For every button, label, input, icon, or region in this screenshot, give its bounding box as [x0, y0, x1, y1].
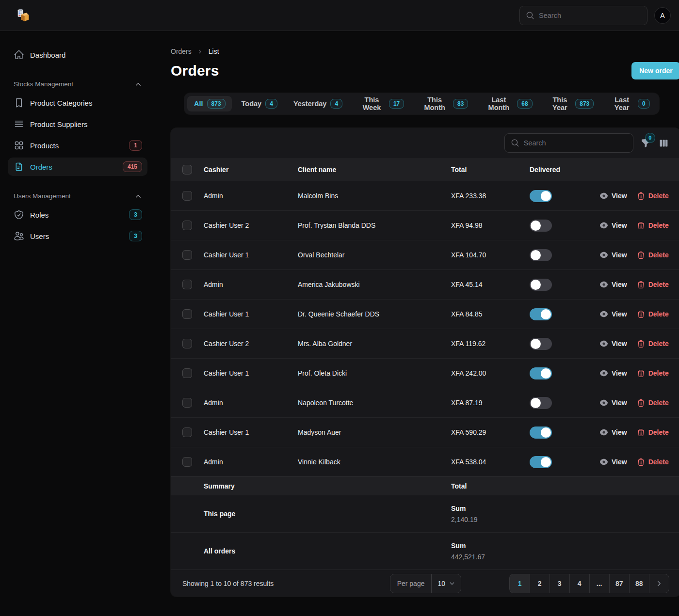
row-checkbox[interactable]: [182, 457, 192, 467]
global-search-input[interactable]: [539, 12, 638, 19]
trash-icon: [637, 310, 645, 318]
column-header-delivered[interactable]: Delivered: [530, 166, 599, 174]
filter-tab[interactable]: Today 4: [235, 96, 284, 111]
row-checkbox[interactable]: [182, 339, 192, 348]
delivered-toggle[interactable]: [530, 308, 552, 320]
breadcrumb-orders-link[interactable]: Orders: [171, 47, 192, 55]
select-all-checkbox[interactable]: [182, 165, 192, 174]
view-action-button[interactable]: View: [599, 251, 627, 259]
row-checkbox[interactable]: [182, 368, 192, 378]
pagination-page-button[interactable]: 1: [510, 574, 530, 593]
pagination-page-button[interactable]: 3: [550, 574, 569, 593]
column-header-client-name[interactable]: Client name: [298, 166, 451, 174]
user-avatar[interactable]: A: [655, 8, 670, 23]
cell-cashier: Cashier User 1: [204, 310, 298, 318]
toggle-columns-button[interactable]: [659, 138, 669, 148]
row-checkbox[interactable]: [182, 221, 192, 230]
delivered-toggle[interactable]: [530, 426, 552, 439]
view-action-button[interactable]: View: [599, 191, 627, 200]
tab-count-badge: 4: [331, 99, 342, 108]
main-content: Orders List Orders New order All 873 Tod…: [155, 31, 679, 597]
view-action-button[interactable]: View: [599, 280, 627, 289]
sidebar-group-stocks-management[interactable]: Stocks Management: [8, 80, 147, 88]
sidebar-item-products[interactable]: Products 1: [8, 136, 147, 155]
delete-action-button[interactable]: Delete: [637, 192, 669, 200]
view-action-button[interactable]: View: [599, 458, 627, 466]
pagination-page-button[interactable]: 87: [609, 574, 629, 593]
delete-action-button[interactable]: Delete: [637, 281, 669, 289]
filter-tab[interactable]: All 873: [187, 96, 232, 111]
cell-total: XFA 590.29: [451, 428, 530, 436]
sidebar-item-product-categories[interactable]: Product Categories: [8, 94, 147, 112]
view-action-button[interactable]: View: [599, 339, 627, 348]
delivered-toggle[interactable]: [530, 279, 552, 291]
delivered-toggle[interactable]: [530, 397, 552, 409]
pagination-page-button[interactable]: 2: [530, 574, 550, 593]
row-checkbox[interactable]: [182, 280, 192, 289]
cell-cashier: Cashier User 2: [204, 340, 298, 347]
global-search[interactable]: [520, 6, 647, 25]
table-row: Cashier User 1 Prof. Oleta Dicki XFA 242…: [171, 358, 679, 388]
app-logo[interactable]: [16, 8, 30, 23]
new-order-button[interactable]: New order: [631, 62, 679, 79]
view-action-button[interactable]: View: [599, 221, 627, 230]
delete-action-button[interactable]: Delete: [637, 221, 669, 230]
filter-tab[interactable]: This Year 873: [542, 96, 600, 111]
delete-action-button[interactable]: Delete: [637, 310, 669, 318]
view-action-button[interactable]: View: [599, 369, 627, 378]
tab-count-badge: 17: [389, 99, 404, 108]
cell-cashier: Admin: [204, 281, 298, 288]
filter-tab[interactable]: This Month 83: [413, 96, 474, 111]
chevron-up-icon: [135, 193, 142, 200]
filter-button[interactable]: 0: [641, 138, 651, 148]
sidebar-item-product-suppliers[interactable]: Product Suppliers: [8, 115, 147, 133]
delivered-toggle[interactable]: [530, 456, 552, 468]
tab-label: Last Year: [610, 96, 634, 111]
delivered-toggle[interactable]: [530, 220, 552, 232]
delete-action-button[interactable]: Delete: [637, 369, 669, 378]
pagination-page-button[interactable]: 88: [629, 574, 649, 593]
pagination-page-button[interactable]: ...: [589, 574, 609, 593]
view-action-button[interactable]: View: [599, 428, 627, 437]
sidebar-item-roles[interactable]: Roles 3: [8, 205, 147, 224]
table-search[interactable]: [505, 134, 633, 152]
delivered-toggle[interactable]: [530, 367, 552, 379]
row-checkbox[interactable]: [182, 398, 192, 408]
tab-label: All: [194, 100, 203, 108]
view-action-button[interactable]: View: [599, 310, 627, 318]
filter-tab[interactable]: This Week 17: [352, 96, 410, 111]
delivered-toggle[interactable]: [530, 249, 552, 261]
sidebar-group-users-management[interactable]: Users Management: [8, 192, 147, 200]
pagination-next-button[interactable]: [649, 574, 669, 593]
filter-tab[interactable]: Yesterday 4: [287, 96, 349, 111]
table-search-input[interactable]: [524, 139, 614, 147]
delete-action-button[interactable]: Delete: [637, 458, 669, 466]
filter-tab[interactable]: Last Year 0: [603, 96, 656, 111]
sidebar-item-dashboard[interactable]: Dashboard: [8, 46, 147, 64]
delivered-toggle[interactable]: [530, 338, 552, 350]
sidebar-item-users[interactable]: Users 3: [8, 227, 147, 245]
delete-action-button[interactable]: Delete: [637, 340, 669, 348]
per-page-select[interactable]: Per page 10: [390, 574, 461, 593]
view-action-button[interactable]: View: [599, 398, 627, 407]
row-checkbox[interactable]: [182, 191, 192, 201]
sidebar-item-orders[interactable]: Orders 415: [8, 158, 147, 176]
sidebar: Dashboard Stocks Management Product Cate…: [0, 31, 155, 248]
delete-action-button[interactable]: Delete: [637, 428, 669, 437]
sidebar-item-label: Orders: [30, 163, 52, 171]
delete-action-button[interactable]: Delete: [637, 251, 669, 259]
list-lines-icon: [14, 119, 24, 129]
row-checkbox[interactable]: [182, 427, 192, 437]
column-header-cashier[interactable]: Cashier: [204, 166, 298, 174]
pagination-page-button[interactable]: 4: [569, 574, 589, 593]
sidebar-badge-orders: 415: [123, 162, 142, 172]
delete-action-button[interactable]: Delete: [637, 399, 669, 407]
row-checkbox[interactable]: [182, 309, 192, 319]
cell-cashier: Cashier User 2: [204, 221, 298, 229]
filter-tab[interactable]: Last Month 68: [477, 96, 538, 111]
eye-icon: [599, 191, 608, 200]
row-checkbox[interactable]: [182, 250, 192, 260]
search-icon: [526, 11, 534, 20]
column-header-total[interactable]: Total: [451, 166, 530, 174]
delivered-toggle[interactable]: [530, 190, 552, 202]
